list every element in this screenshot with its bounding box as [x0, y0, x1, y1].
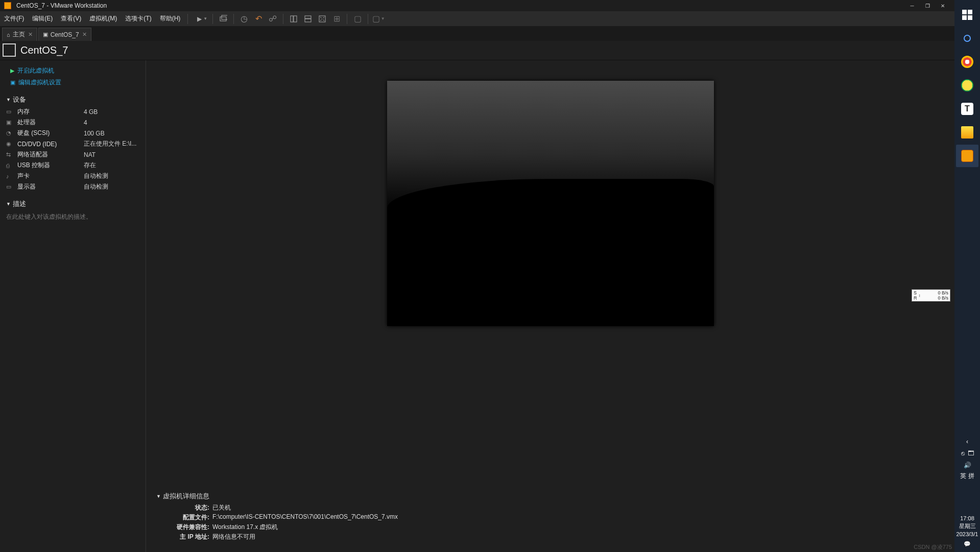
cd-icon: ◉ — [6, 141, 14, 147]
svg-rect-2 — [291, 16, 293, 22]
menu-tabs[interactable]: 选项卡(T) — [121, 11, 155, 26]
volume-icon[interactable]: 🔊 — [964, 462, 971, 469]
close-button[interactable]: ✕ — [935, 0, 950, 11]
devices-section-header[interactable]: ▼ 设备 — [6, 95, 139, 104]
tab-close-button[interactable]: ✕ — [28, 31, 33, 38]
menu-view[interactable]: 查看(V) — [57, 11, 85, 26]
power-on-label: 开启此虚拟机 — [17, 66, 54, 75]
usb-icon: ⎙ — [6, 163, 14, 169]
title-bar: CentOS_7 - VMware Workstation ─ ❐ ✕ — [0, 0, 954, 11]
detail-row-state: 状态:已关机 — [156, 503, 944, 513]
device-network[interactable]: ⇆网络适配器NAT — [6, 149, 139, 160]
menu-edit[interactable]: 编辑(E) — [28, 11, 57, 26]
device-hard-disk[interactable]: ◔硬盘 (SCSI)100 GB — [6, 128, 139, 139]
device-sound[interactable]: ♪声卡自动检测 — [6, 171, 139, 181]
caret-down-icon: ▼ — [6, 97, 11, 102]
vmware-taskbar-icon[interactable] — [956, 145, 978, 167]
display-icon: ▭ — [6, 183, 14, 190]
devices-list: ▭内存4 GB ▣处理器4 ◔硬盘 (SCSI)100 GB ◉CD/DVD (… — [6, 106, 139, 192]
ime-lang[interactable]: 英 — [960, 472, 966, 479]
device-cddvd[interactable]: ◉CD/DVD (IDE)正在使用文件 E:\I... — [6, 139, 139, 149]
snapshot-button[interactable]: ◷ — [237, 12, 251, 26]
layout-split-button[interactable] — [301, 12, 315, 26]
snapshot-revert-button[interactable]: ↶ — [251, 12, 266, 26]
preview-area: ▼ 虚拟机详细信息 状态:已关机 配置文件:F:\computer\IS-CEN… — [146, 60, 954, 552]
device-memory[interactable]: ▭内存4 GB — [6, 106, 139, 117]
window-title: CentOS_7 - VMware Workstation — [16, 2, 107, 9]
device-usb[interactable]: ⎙USB 控制器存在 — [6, 160, 139, 171]
net-r-label: R — [914, 295, 917, 301]
ime-mode[interactable]: 拼 — [968, 472, 974, 479]
details-header[interactable]: ▼ 虚拟机详细信息 — [156, 492, 944, 501]
wifi-icon[interactable]: ⎋ — [961, 450, 965, 457]
send-ctrl-alt-del-button[interactable] — [216, 12, 230, 26]
battery-icon[interactable]: 🗔 — [968, 450, 974, 457]
clock-time: 17:08 — [960, 515, 974, 521]
home-icon: ⌂ — [7, 32, 10, 38]
layout-single-button[interactable] — [286, 12, 301, 26]
vm-details: ▼ 虚拟机详细信息 状态:已关机 配置文件:F:\computer\IS-CEN… — [146, 487, 954, 552]
power-on-button[interactable]: ▶▼ — [195, 12, 209, 26]
devices-section-label: 设备 — [13, 95, 26, 104]
unity-button[interactable]: ⊞ — [329, 12, 344, 26]
network-icon: ⇆ — [6, 151, 14, 158]
windows-taskbar: T ‹ ⎋ 🗔 🔊 英 拼 17:08 星期三 2023/3/1 💬 — [954, 0, 980, 552]
detail-row-hw: 硬件兼容性:Workstation 17.x 虚拟机 — [156, 522, 944, 532]
menu-bar: 文件(F) 编辑(E) 查看(V) 虚拟机(M) 选项卡(T) 帮助(H) ▶▼… — [0, 11, 954, 27]
app-icon-yellow[interactable] — [956, 74, 978, 97]
console-button[interactable]: ▢ — [350, 12, 365, 26]
taskbar-clock[interactable]: 17:08 星期三 2023/3/1 💬 — [954, 515, 980, 548]
network-speed-widget[interactable]: S R ↕ 0 B/s 0 B/s — [912, 289, 950, 302]
menu-help[interactable]: 帮助(H) — [156, 11, 185, 26]
menu-file[interactable]: 文件(F) — [0, 11, 28, 26]
vm-title: CentOS_7 — [20, 44, 68, 56]
tab-home[interactable]: ⌂ 主页 ✕ — [2, 28, 37, 41]
edit-vm-settings-link[interactable]: ▣ 编辑虚拟机设置 — [6, 77, 139, 88]
vmware-logo-icon — [4, 2, 11, 9]
vm-header: CentOS_7 — [0, 41, 954, 60]
menu-vm[interactable]: 虚拟机(M) — [85, 11, 121, 26]
detail-row-ip: 主 IP 地址:网络信息不可用 — [156, 532, 944, 542]
sidebar: ▶ 开启此虚拟机 ▣ 编辑虚拟机设置 ▼ 设备 ▭内存4 GB ▣处理器4 ◔硬… — [0, 60, 146, 552]
vm-panel-icon — [4, 45, 15, 56]
cpu-icon: ▣ — [6, 119, 14, 126]
fullscreen-button[interactable] — [315, 12, 329, 26]
sound-icon: ♪ — [6, 173, 14, 179]
svg-rect-5 — [305, 19, 311, 22]
csdn-watermark: CSDN @凌775 — [914, 543, 952, 551]
caret-down-icon: ▼ — [156, 494, 161, 499]
chrome-icon[interactable] — [956, 51, 978, 73]
tab-vm[interactable]: ▣ CentOS_7 ✕ — [38, 28, 91, 41]
separator — [212, 14, 213, 24]
tab-vm-label: CentOS_7 — [51, 31, 79, 38]
file-explorer-icon[interactable] — [956, 121, 978, 144]
play-icon: ▶ — [10, 67, 14, 74]
description-input[interactable]: 在此处键入对该虚拟机的描述。 — [6, 211, 139, 223]
text-app-icon[interactable]: T — [956, 98, 978, 120]
tab-home-label: 主页 — [13, 30, 25, 39]
edit-settings-label: 编辑虚拟机设置 — [18, 78, 61, 87]
disk-icon: ◔ — [6, 130, 14, 136]
svg-rect-9 — [962, 15, 967, 20]
power-on-vm-link[interactable]: ▶ 开启此虚拟机 — [6, 65, 139, 76]
device-display[interactable]: ▭显示器自动检测 — [6, 181, 139, 192]
tab-close-button[interactable]: ✕ — [82, 31, 87, 38]
memory-icon: ▭ — [6, 108, 14, 115]
net-s-value: 0 B/s — [922, 290, 949, 295]
vm-preview-screen — [387, 81, 714, 326]
tray-expand-icon[interactable]: ‹ — [966, 438, 968, 445]
net-r-value: 0 B/s — [922, 295, 949, 301]
svg-rect-7 — [962, 10, 967, 14]
stretch-button[interactable]: ▢ ▼ — [371, 12, 386, 26]
minimize-button[interactable]: ─ — [904, 0, 920, 11]
maximize-button[interactable]: ❐ — [920, 0, 935, 11]
device-processor[interactable]: ▣处理器4 — [6, 117, 139, 128]
cortana-icon[interactable] — [956, 27, 978, 50]
snapshot-manager-button[interactable]: ☍ — [266, 12, 280, 26]
description-section-label: 描述 — [13, 199, 26, 209]
start-button[interactable] — [956, 4, 978, 26]
description-section-header[interactable]: ▼ 描述 — [6, 199, 139, 209]
vm-icon: ▣ — [43, 31, 48, 38]
action-center-icon[interactable]: 💬 — [964, 541, 971, 547]
separator — [187, 14, 188, 24]
